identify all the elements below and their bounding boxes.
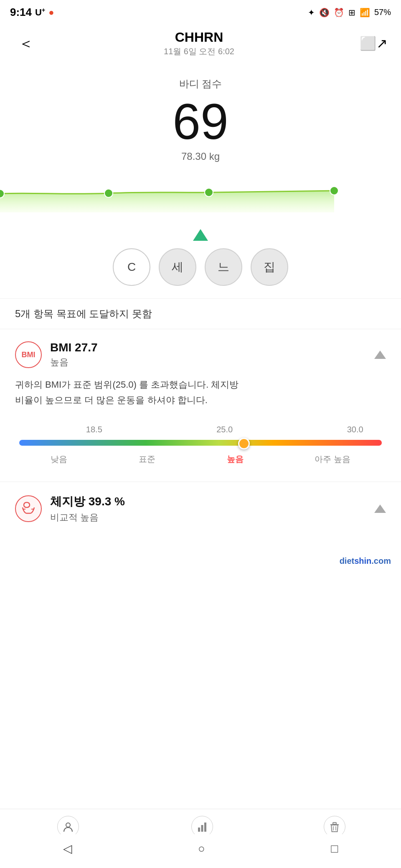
bmi-icon-wrap: BMI (15, 341, 42, 368)
status-bar: 9:14 U+ ● ✦ 🔇 ⏰ ⊞ 📶 57% (0, 0, 401, 22)
sync-icon: ⊞ (348, 8, 355, 18)
header-title: CHHRN (164, 30, 234, 45)
bodyfat-collapse-icon[interactable] (374, 505, 386, 513)
watermark: dietshin.com (0, 553, 401, 569)
bmi-metric-left: BMI BMI 27.7 높음 (15, 341, 98, 368)
bmi-metric-card: BMI BMI 27.7 높음 귀하의 BMI가 표준 범위(25.0) 를 초… (0, 329, 401, 482)
battery-icon: 57% (374, 8, 391, 17)
bmi-name-val: BMI 27.7 (50, 341, 98, 354)
android-home-button[interactable]: ○ (198, 842, 205, 864)
scroll-indicator (0, 229, 401, 241)
signal-icon: 📶 (360, 8, 370, 18)
avatar-active[interactable]: C (113, 248, 150, 286)
bmi-cat-normal: 표준 (139, 454, 155, 465)
status-icons: ✦ 🔇 ⏰ ⊞ 📶 57% (308, 8, 391, 18)
score-label: 바디 점수 (0, 77, 401, 91)
score-value: 69 (0, 94, 401, 149)
avatar-row: C 세 느 집 (0, 241, 401, 298)
goal-text: 5개 항목 목표에 도달하지 못함 (15, 308, 152, 319)
android-recent-button[interactable]: □ (331, 842, 338, 864)
bmi-cat-very-high: 아주 높음 (315, 454, 350, 465)
bodyfat-name-val: 체지방 39.3 % (50, 494, 125, 510)
share-button[interactable]: ⬜↗ (360, 35, 388, 51)
goal-section: 5개 항목 목표에 도달하지 못함 (0, 298, 401, 329)
bmi-cat-high: 높음 (227, 454, 244, 465)
svg-rect-9 (201, 825, 203, 832)
svg-rect-8 (198, 828, 200, 832)
bmi-bar (19, 440, 382, 446)
avatar-3[interactable]: 집 (251, 248, 288, 286)
scroll-arrow-icon (193, 229, 208, 241)
bmi-metric-header: BMI BMI 27.7 높음 (15, 329, 386, 373)
bmi-bar-wrap (19, 438, 382, 448)
avatar-2[interactable]: 느 (205, 248, 242, 286)
bmi-info: BMI 27.7 높음 (50, 341, 98, 368)
bmi-status: 높음 (50, 356, 98, 368)
score-section: 바디 점수 69 78.30 kg (0, 61, 401, 162)
bmi-cat-low: 낮음 (51, 454, 67, 465)
status-time: 9:14 (10, 6, 32, 19)
svg-point-7 (66, 823, 70, 827)
bodyfat-icon (20, 501, 36, 517)
bodyfat-metric-left: 체지방 39.3 % 비교적 높음 (15, 494, 125, 524)
svg-rect-12 (333, 823, 336, 824)
android-back-button[interactable]: ◁ (63, 842, 72, 864)
bmi-category-labels: 낮음 표준 높음 아주 높음 (15, 448, 386, 465)
svg-rect-4 (24, 502, 30, 507)
carrier-icon: ● (48, 7, 54, 18)
svg-point-2 (205, 188, 213, 197)
watermark-text: dietshin.com (340, 556, 391, 565)
svg-point-1 (104, 189, 113, 197)
bodyfat-metric-card: 체지방 39.3 % 비교적 높음 (0, 482, 401, 528)
bmi-slider-section: 18.5 25.0 30.0 낮음 표준 높음 아주 높음 (15, 421, 386, 482)
header-center: CHHRN 11월 6일 오전 6:02 (164, 30, 234, 57)
bmi-description: 귀하의 BMI가 표준 범위(25.0) 를 초과했습니다. 체지방비율이 높으… (15, 373, 386, 421)
bmi-icon: BMI (22, 351, 36, 359)
bluetooth-icon: ✦ (308, 8, 315, 18)
avatar-1[interactable]: 세 (159, 248, 196, 286)
bodyfat-info: 체지방 39.3 % 비교적 높음 (50, 494, 125, 524)
header-subtitle: 11월 6일 오전 6:02 (164, 46, 234, 57)
svg-point-3 (330, 187, 338, 195)
bodyfat-metric-header: 체지방 39.3 % 비교적 높음 (15, 482, 386, 528)
bodyfat-icon-wrap (15, 495, 42, 522)
back-button[interactable]: ＜ (13, 32, 38, 56)
bmi-collapse-icon[interactable] (374, 351, 386, 359)
bmi-scale-300: 30.0 (347, 425, 363, 434)
trend-chart (0, 171, 401, 221)
score-weight: 78.30 kg (0, 151, 401, 162)
svg-rect-10 (204, 823, 206, 832)
mute-icon: 🔇 (319, 8, 330, 18)
bodyfat-status: 비교적 높음 (50, 511, 125, 524)
bmi-scale-185: 18.5 (86, 425, 102, 434)
app-header: ＜ CHHRN 11월 6일 오전 6:02 ⬜↗ (0, 22, 401, 61)
bmi-indicator (238, 438, 250, 449)
alarm-icon: ⏰ (334, 8, 344, 18)
status-carrier: U+ (35, 7, 45, 18)
bmi-scale-250: 25.0 (216, 425, 233, 434)
